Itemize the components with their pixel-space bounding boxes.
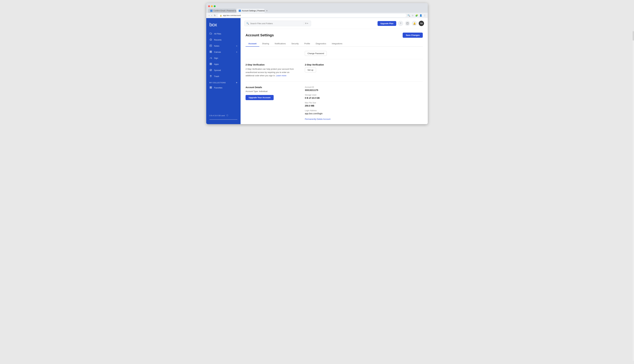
traffic-light-red[interactable]	[208, 5, 210, 7]
zoom-icon[interactable]: 🔍	[408, 14, 410, 17]
sidebar-item-canvas[interactable]: Canvas +	[206, 49, 240, 55]
back-button[interactable]: ‹	[208, 14, 210, 17]
max-file-size-label: Max File Size	[305, 102, 423, 104]
account-details-title: Account Details	[246, 86, 298, 88]
svg-point-8	[212, 58, 212, 59]
new-tab-button[interactable]: +	[265, 9, 269, 13]
tab1-label: Confirm Email | Powered by	[214, 10, 236, 12]
all-files-icon	[209, 32, 212, 35]
tab-account[interactable]: Account	[246, 41, 259, 47]
browser-tab-2[interactable]: Account Settings | Powered ✕	[236, 9, 264, 13]
settings-tabs: Account Sharing Notifications Security P…	[246, 41, 423, 47]
upgrade-account-button[interactable]: Upgrade Your Account	[246, 95, 274, 100]
tab2-label: Account Settings | Powered	[242, 10, 264, 12]
account-details-section: Account Details Account Type: Individual…	[246, 82, 423, 124]
storage-used-value: 0 B of 10.0 GB	[305, 97, 423, 99]
sidebar-item-trash[interactable]: Trash	[206, 73, 240, 80]
svg-rect-6	[210, 52, 210, 53]
sidebar-item-recents-label: Recents	[214, 39, 238, 41]
traffic-light-green[interactable]	[214, 5, 216, 7]
notes-icon	[209, 44, 212, 48]
collections-section-label: My Collections +	[206, 80, 240, 85]
svg-rect-9	[210, 63, 210, 64]
svg-rect-7	[211, 52, 212, 53]
notifications-button[interactable]: 🔔	[412, 21, 417, 26]
notes-add-icon[interactable]: +	[236, 44, 238, 48]
tasks-button[interactable]	[405, 21, 410, 26]
sidebar-item-notes[interactable]: Notes +	[206, 43, 240, 49]
storage-info-icon[interactable]: ⓘ	[226, 114, 228, 117]
svg-rect-5	[211, 51, 212, 52]
page-header: Account Settings Save Changes	[246, 32, 423, 38]
menu-icon[interactable]: ⋮	[424, 14, 426, 17]
svg-rect-10	[211, 63, 212, 64]
save-changes-button[interactable]: Save Changes	[403, 32, 423, 38]
page-content: Account Settings Save Changes Account Sh…	[240, 29, 428, 124]
traffic-light-yellow[interactable]	[211, 5, 213, 7]
tab-profile[interactable]: Profile	[302, 41, 313, 47]
tab-diagnostics[interactable]: Diagnostics	[313, 41, 329, 47]
sign-icon	[209, 56, 212, 60]
address-text: app.box.com/account	[223, 14, 241, 16]
tab-integrations[interactable]: Integrations	[329, 41, 345, 47]
top-bar: 🔍 ⚙ ▾ Upgrade Plan ? 🔔 TD	[240, 18, 428, 29]
search-input[interactable]	[250, 22, 303, 25]
two-step-desc: 2-Step Verification can help protect you…	[246, 68, 298, 77]
collections-add-icon[interactable]: +	[236, 81, 238, 84]
browser-tab-1[interactable]: Confirm Email | Powered by ✕	[208, 9, 236, 13]
sidebar-item-recents[interactable]: Recents	[206, 37, 240, 43]
canvas-add-icon[interactable]: +	[236, 51, 238, 54]
apps-icon	[209, 63, 212, 66]
lock-icon: 🔒	[220, 14, 222, 16]
main-content: 🔍 ⚙ ▾ Upgrade Plan ? 🔔 TD	[240, 18, 428, 124]
password-section: Change Password	[246, 51, 423, 59]
delete-account-link[interactable]: Permanently Delete Account	[305, 118, 330, 120]
svg-rect-18	[406, 22, 408, 24]
two-step-section: 2-Step Verification 2-Step Verification …	[246, 59, 423, 82]
forward-button[interactable]: ›	[211, 14, 213, 17]
extensions-icon[interactable]: 🧩	[415, 14, 418, 17]
login-address-label: Login Address	[305, 110, 423, 112]
svg-rect-15	[211, 86, 212, 87]
svg-rect-14	[210, 86, 210, 87]
change-password-button[interactable]: Change Password	[305, 51, 327, 56]
svg-rect-11	[210, 64, 210, 65]
upgrade-plan-button[interactable]: Upgrade Plan	[378, 21, 396, 26]
bookmark-icon[interactable]: ☆	[412, 14, 414, 17]
search-box[interactable]: 🔍 ⚙ ▾	[244, 20, 311, 26]
account-id-label: Account ID	[305, 86, 423, 88]
sidebar-item-sign[interactable]: Sign	[206, 55, 240, 61]
reload-button[interactable]: ↻	[213, 14, 216, 17]
sidebar-item-all-files[interactable]: All Files	[206, 31, 240, 37]
search-icon: 🔍	[246, 22, 249, 25]
tab2-favicon	[239, 10, 241, 12]
learn-more-link[interactable]: Learn more	[276, 74, 286, 77]
sidebar-item-apps[interactable]: Apps	[206, 61, 240, 67]
two-step-right-title: 2-Step Verification	[305, 64, 423, 66]
two-step-right: 2-Step Verification Set up	[305, 64, 423, 77]
storage-text: 0 B of 10.0 GB used	[209, 115, 225, 116]
tab1-favicon	[210, 10, 212, 12]
sidebar-item-trash-label: Trash	[214, 75, 238, 78]
tab-security[interactable]: Security	[288, 41, 302, 47]
tab-sharing[interactable]: Sharing	[259, 41, 272, 47]
two-step-title: 2-Step Verification	[246, 64, 298, 66]
login-address-value: app.box.com/login	[305, 112, 423, 115]
filter-icon[interactable]: ⚙ ▾	[304, 22, 309, 25]
profile-icon[interactable]: 👤	[420, 14, 422, 17]
page-title: Account Settings	[246, 33, 274, 37]
sidebar-item-synced[interactable]: Synced	[206, 67, 240, 73]
account-details-left: Account Details Account Type: Individual…	[246, 86, 298, 120]
address-bar[interactable]: 🔒 app.box.com/account	[218, 14, 406, 17]
tab-notifications[interactable]: Notifications	[272, 41, 288, 47]
favorites-icon	[209, 86, 212, 89]
storage-indicator: 0 B of 10.0 GB used ⓘ	[206, 112, 240, 119]
setup-button[interactable]: Set up	[305, 68, 316, 72]
help-button[interactable]: ?	[398, 21, 403, 26]
storage-used-label: Storage Used	[305, 94, 423, 96]
account-id-value: 33313211175	[305, 89, 423, 92]
sidebar-item-favorites[interactable]: Favorites	[206, 85, 240, 91]
logo-text: box	[209, 22, 217, 28]
avatar[interactable]: TD	[419, 21, 424, 26]
logo: box	[206, 20, 240, 31]
